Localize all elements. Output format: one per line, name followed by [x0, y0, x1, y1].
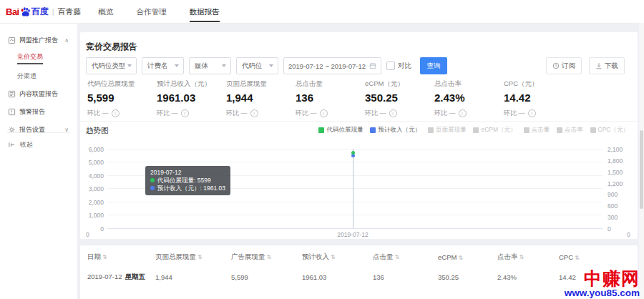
- sidebar: 网盟推广报告 ∧ 竞价交易 分渠道 内容联盟报告 预警报告 报告设置 ∨ 收起: [0, 23, 78, 299]
- sort-icon: ⇅: [458, 255, 463, 261]
- dropdown-billing-name[interactable]: 计费名: [142, 57, 184, 74]
- info-icon[interactable]: [250, 109, 258, 117]
- baidu-logo[interactable]: Bai 百度 | 百青藤: [6, 6, 82, 18]
- info-icon[interactable]: [389, 109, 397, 117]
- legend-swatch-icon: [370, 127, 376, 133]
- column-header-ctr[interactable]: 点击率⇅: [497, 253, 559, 262]
- sidebar-item-alert-report[interactable]: 预警报告: [0, 104, 77, 119]
- column-header-ecpm[interactable]: eCPM⇅: [438, 253, 497, 261]
- info-icon[interactable]: [528, 109, 536, 117]
- chart-tooltip: 2019-07-12 代码位展现量: 5599 预计收入（元）: 1961.03: [145, 166, 230, 195]
- tab-cooperation[interactable]: 合作管理: [137, 0, 167, 23]
- legend-item-ecpm[interactable]: eCPM（元）: [473, 126, 516, 134]
- cell-weekday: 星期五: [125, 273, 146, 280]
- legend-item-page-impressions[interactable]: 页面展现量: [428, 126, 467, 134]
- watermark-site-name: 中赚网: [565, 270, 640, 288]
- column-header-estimated-revenue[interactable]: 预计收入⇅: [302, 253, 373, 262]
- sidebar-item-bidding-trade[interactable]: 竞价交易: [0, 51, 77, 65]
- legend-swatch-icon: [428, 127, 434, 133]
- legend-item-code-slot-impressions[interactable]: 代码位展现量: [318, 126, 363, 134]
- watermark-url: www.you85.com: [565, 288, 640, 298]
- scrollbar-thumb[interactable]: [640, 130, 643, 209]
- sort-icon: ⇅: [267, 254, 272, 260]
- collapse-icon: [8, 141, 16, 149]
- x-axis-line: [107, 228, 602, 229]
- column-header-clicks[interactable]: 点击量⇅: [373, 253, 438, 262]
- sort-icon: ⇅: [197, 254, 203, 260]
- tab-overview[interactable]: 概览: [99, 0, 114, 23]
- column-header-date[interactable]: 日期⇅: [87, 253, 155, 262]
- logo-product-name: 百青藤: [58, 6, 82, 17]
- query-button[interactable]: 查询: [420, 57, 447, 74]
- cell-ad-impressions: 5,599: [231, 273, 302, 281]
- y-axis-right-tick: 600: [608, 202, 618, 210]
- y-axis-right-tick: 300: [608, 214, 618, 221]
- sort-icon: ⇅: [395, 254, 400, 260]
- chevron-down-icon: [175, 64, 179, 67]
- info-icon[interactable]: [320, 109, 328, 117]
- report-actions: 订阅 下载: [539, 57, 625, 74]
- column-header-ad-impressions[interactable]: 广告展现量⇅: [231, 253, 302, 262]
- chevron-up-icon: ∧: [64, 37, 69, 44]
- chevron-down-icon: [269, 64, 273, 67]
- legend-swatch-icon: [318, 127, 324, 133]
- checkbox-icon: [386, 62, 395, 70]
- gridline: [107, 202, 602, 202]
- cell-clicks: 136: [373, 273, 438, 281]
- alert-report-icon: [8, 108, 16, 116]
- dropdown-media[interactable]: 媒体: [189, 57, 231, 74]
- legend-swatch-icon: [524, 127, 530, 133]
- sidebar-item-report-settings[interactable]: 报告设置 ∨: [0, 122, 77, 137]
- stat-ctr: 总点击率 2.43% 环比 —: [434, 79, 504, 118]
- tooltip-date: 2019-07-12: [150, 169, 225, 177]
- cell-estimated-revenue: 1961.03: [302, 273, 373, 281]
- y-axis-right-tick: 1,200: [608, 180, 623, 187]
- app-window: Bai 百度 | 百青藤 概览 合作管理 数据报告 网盟推广报告 ∧ 竞价交易: [0, 0, 644, 299]
- cell-page-impressions: 1,944: [155, 273, 231, 281]
- data-table-card: 日期⇅ 页面总展现量⇅ 广告展现量⇅ 预计收入⇅ 点击量⇅ eCPM⇅ 点击率⇅…: [80, 245, 638, 299]
- cell-ecpm: 350.25: [438, 273, 497, 281]
- site-watermark: 中赚网 www.you85.com: [565, 270, 640, 298]
- stat-code-slot-impressions: 代码位总展现量 5,599 环比 —: [87, 79, 157, 118]
- sort-icon: ⇅: [519, 254, 525, 260]
- legend-item-cpc[interactable]: CPC（元）: [590, 126, 629, 134]
- legend-swatch-icon: [473, 127, 479, 133]
- download-button[interactable]: 下载: [589, 57, 625, 74]
- dropdown-code-slot[interactable]: 代码位: [236, 57, 278, 74]
- date-range-input[interactable]: 2019-07-12 ~ 2019-07-12: [283, 57, 381, 74]
- legend-item-estimated-revenue[interactable]: 预计收入（元）: [370, 126, 421, 134]
- stat-ecpm: eCPM（元） 350.25 环比 —: [365, 79, 434, 118]
- tab-data-report[interactable]: 数据报告: [190, 0, 220, 23]
- baidu-paw-icon: [20, 6, 31, 17]
- compare-checkbox[interactable]: 对比: [386, 62, 411, 71]
- sidebar-item-content-alliance-report[interactable]: 内容联盟报告: [0, 87, 77, 101]
- info-icon[interactable]: [459, 109, 467, 117]
- y-axis-left-tick: 2,000: [80, 199, 104, 206]
- y-axis-left-tick: 6,000: [80, 146, 104, 153]
- gridline: [107, 162, 602, 162]
- sidebar-collapse-button[interactable]: 收起: [0, 137, 77, 152]
- data-point-impressions[interactable]: [351, 151, 355, 155]
- dropdown-code-slot-type[interactable]: 代码位类型: [86, 57, 137, 74]
- sidebar-item-network-report[interactable]: 网盟推广报告 ∧: [0, 33, 77, 47]
- page-title: 竞价交易报告: [86, 41, 137, 53]
- summary-stats: 代码位总展现量 5,599 环比 — 预计总收入（元） 1961.03 环比 —…: [87, 79, 630, 118]
- sort-icon: ⇅: [575, 255, 580, 261]
- report-icon: [8, 36, 16, 44]
- subscribe-button[interactable]: 订阅: [546, 57, 582, 74]
- column-header-page-impressions[interactable]: 页面总展现量⇅: [155, 253, 231, 262]
- main-content: 竞价交易报告 代码位类型 计费名 媒体 代码位 2019-07-12 ~ 201…: [77, 23, 644, 299]
- chart-crosshair: [353, 149, 353, 228]
- legend-item-clicks[interactable]: 点击量: [524, 126, 550, 134]
- y-axis-left-tick: 5,000: [80, 159, 104, 166]
- scrollbar-track: [639, 23, 644, 299]
- sort-icon: ⇅: [331, 254, 336, 260]
- logo-text-du: 百度: [31, 6, 49, 18]
- column-header-cpc[interactable]: CPC⇅: [559, 253, 638, 261]
- info-icon[interactable]: [112, 109, 119, 117]
- sidebar-item-by-channel[interactable]: 分渠道: [0, 69, 77, 83]
- stat-total-clicks: 总点击量 136 环比 —: [296, 79, 365, 118]
- info-icon[interactable]: [181, 109, 189, 117]
- bidding-report-card: 竞价交易报告 代码位类型 计费名 媒体 代码位 2019-07-12 ~ 201…: [80, 32, 638, 239]
- legend-item-ctr[interactable]: 点击率: [557, 126, 583, 134]
